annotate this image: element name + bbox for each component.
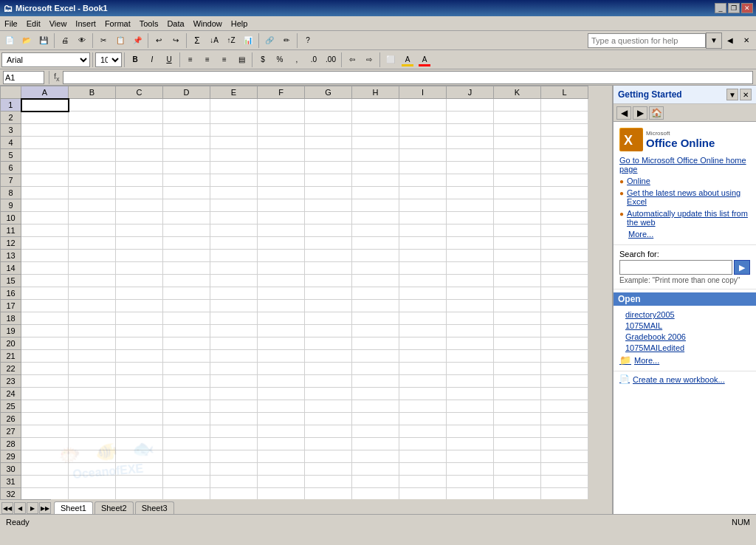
cell-I29[interactable] [399,450,447,463]
cell-C16[interactable] [116,287,163,300]
cell-B12[interactable] [69,237,116,250]
cell-A10[interactable] [21,212,69,224]
cell-B15[interactable] [69,275,116,287]
cell-K15[interactable] [494,275,541,287]
cell-G32[interactable] [305,488,352,500]
cell-C21[interactable] [116,350,163,363]
cell-I20[interactable] [399,337,447,350]
cell-E9[interactable] [210,199,258,212]
increase-indent-button[interactable]: ⇨ [361,52,377,68]
cell-E1[interactable] [210,99,258,112]
decrease-indent-button[interactable]: ⇦ [344,52,360,68]
cell-E17[interactable] [210,300,258,312]
cell-K18[interactable] [494,312,541,325]
cell-D13[interactable] [163,250,210,262]
cell-L5[interactable] [541,149,588,162]
cell-H18[interactable] [352,312,399,325]
cell-A29[interactable] [21,450,69,463]
cell-F2[interactable] [258,112,305,124]
cell-H20[interactable] [352,337,399,350]
cell-C11[interactable] [116,224,163,237]
cell-B31[interactable] [69,476,116,488]
sheet-scroll-right[interactable]: ▶▶ [39,502,51,514]
cell-B24[interactable] [69,388,116,400]
cell-I16[interactable] [399,287,447,300]
cell-F4[interactable] [258,137,305,149]
cell-J6[interactable] [447,162,494,174]
cell-F22[interactable] [258,363,305,375]
help-panel-btn1[interactable]: ◀ [722,32,738,49]
cell-D20[interactable] [163,337,210,350]
underline-button[interactable]: U [161,52,177,68]
cell-I12[interactable] [399,237,447,250]
cell-H29[interactable] [352,450,399,463]
gs-forward-btn[interactable]: ▶ [633,106,647,120]
cell-G9[interactable] [305,199,352,212]
cell-J4[interactable] [447,137,494,149]
cell-J11[interactable] [447,224,494,237]
cell-D16[interactable] [163,287,210,300]
col-header-I[interactable]: I [399,86,447,99]
cell-H23[interactable] [352,375,399,388]
cell-J31[interactable] [447,476,494,488]
cell-A22[interactable] [21,363,69,375]
open-button[interactable]: 📂 [18,32,35,49]
cell-E13[interactable] [210,250,258,262]
cell-L27[interactable] [541,425,588,438]
cell-H17[interactable] [352,300,399,312]
cell-H15[interactable] [352,275,399,287]
cell-E23[interactable] [210,375,258,388]
cell-K2[interactable] [494,112,541,124]
cell-L16[interactable] [541,287,588,300]
font-color-button[interactable]: A [416,52,433,68]
cell-B25[interactable] [69,400,116,413]
cell-K21[interactable] [494,350,541,363]
cell-L28[interactable] [541,438,588,450]
cell-D4[interactable] [163,137,210,149]
minimize-button[interactable]: _ [715,3,726,13]
col-header-F[interactable]: F [258,86,305,99]
cell-D3[interactable] [163,124,210,137]
cell-A18[interactable] [21,312,69,325]
cell-L14[interactable] [541,262,588,275]
cell-K13[interactable] [494,250,541,262]
cell-B32[interactable] [69,488,116,500]
sheet-tab-3[interactable]: Sheet3 [135,501,174,514]
cell-E19[interactable] [210,325,258,337]
cell-D22[interactable] [163,363,210,375]
cell-E29[interactable] [210,450,258,463]
cell-C3[interactable] [116,124,163,137]
cell-E27[interactable] [210,425,258,438]
cell-E30[interactable] [210,463,258,476]
close-button[interactable]: ✕ [741,3,753,13]
cell-G15[interactable] [305,275,352,287]
cell-G28[interactable] [305,438,352,450]
cell-K8[interactable] [494,187,541,199]
cell-F18[interactable] [258,312,305,325]
cell-G21[interactable] [305,350,352,363]
cell-F16[interactable] [258,287,305,300]
cell-L1[interactable] [541,99,588,112]
cell-H31[interactable] [352,476,399,488]
cell-J3[interactable] [447,124,494,137]
cell-H28[interactable] [352,438,399,450]
drawing-button[interactable]: ✏ [278,32,295,49]
gs-close-btn[interactable]: ✕ [740,89,752,100]
cell-H30[interactable] [352,463,399,476]
font-name-select[interactable]: Arial [1,52,90,67]
cell-G11[interactable] [305,224,352,237]
cell-H16[interactable] [352,287,399,300]
cell-J20[interactable] [447,337,494,350]
cell-B29[interactable] [69,450,116,463]
cell-F8[interactable] [258,187,305,199]
cell-C19[interactable] [116,325,163,337]
cell-I31[interactable] [399,476,447,488]
cell-J16[interactable] [447,287,494,300]
cell-L6[interactable] [541,162,588,174]
cell-D21[interactable] [163,350,210,363]
cell-B30[interactable] [69,463,116,476]
recent-file-2[interactable]: 1075MAIL [619,321,750,330]
more-folder-link[interactable]: 📁 More... [619,354,750,366]
cell-B2[interactable] [69,112,116,124]
cell-C4[interactable] [116,137,163,149]
